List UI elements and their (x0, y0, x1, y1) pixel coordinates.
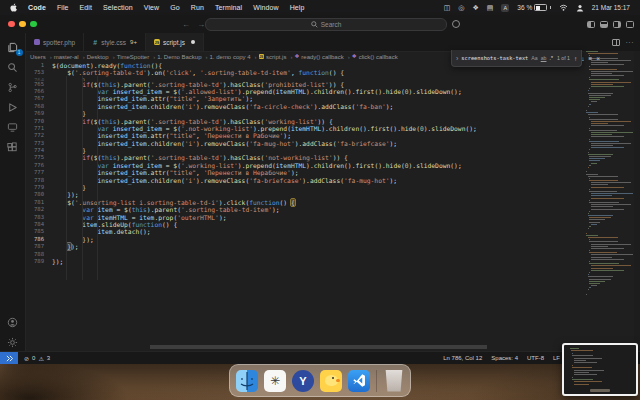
code-line[interactable]: 776 var inserted_item = $('.working-list… (26, 162, 584, 169)
toggle-panel-icon[interactable] (600, 21, 608, 28)
breadcrumb-item[interactable]: 1. demo copy 4 (210, 54, 257, 60)
code-editor[interactable]: 1$(document).ready(function(){753 $('.so… (26, 62, 584, 352)
code-line[interactable]: 782 var item = $(this).parent('.sorting-… (26, 206, 584, 213)
user-account-icon[interactable] (576, 4, 584, 12)
apple-menu-icon[interactable] (10, 3, 17, 12)
code-line[interactable]: 787 }); (26, 243, 584, 250)
accounts-icon[interactable] (4, 312, 22, 332)
explorer-icon[interactable]: 1 (4, 37, 22, 57)
nav-forward-icon[interactable]: → (197, 20, 205, 29)
eol-setting[interactable]: LF (553, 355, 560, 361)
code-line[interactable]: 783 var itemHTML = item.prop('outerHTML'… (26, 214, 584, 221)
menu-item-run[interactable]: Run (191, 4, 204, 11)
previous-match-icon[interactable]: ↑ (574, 55, 577, 62)
find-input[interactable]: screenshots-task-text (461, 55, 528, 61)
remote-indicator[interactable] (0, 352, 18, 364)
menu-item-edit[interactable]: Edit (80, 4, 92, 11)
breadcrumb-item[interactable]: JSscript.js (259, 54, 293, 60)
code-line[interactable]: 777 inserted_item.attr("title", 'Перенес… (26, 169, 584, 176)
command-center-search[interactable]: Search (205, 18, 447, 31)
trash-icon[interactable] (383, 370, 405, 392)
whole-word-icon[interactable]: ab (541, 55, 547, 61)
minimap[interactable] (584, 51, 634, 352)
menu-item-window[interactable]: Window (253, 4, 279, 11)
breadcrumb-item[interactable]: TimeSpotter (117, 54, 155, 60)
breadcrumb-item[interactable]: ❖click() callback (352, 54, 398, 60)
code-line[interactable]: 772 inserted_item.attr("title", 'Перенес… (26, 132, 584, 139)
input-source-icon[interactable]: A (501, 4, 509, 12)
find-widget[interactable]: › screenshots-task-text Aa ab .* 1 of 1 … (451, 50, 582, 67)
code-line[interactable]: 784 item.slideUp(function() { (26, 221, 584, 228)
code-line[interactable]: 768 inserted_item.children('i').removeCl… (26, 103, 584, 110)
cursor-position[interactable]: Ln 786, Col 12 (443, 355, 482, 361)
code-line[interactable]: 780 }); (26, 191, 584, 198)
breadcrumb-item[interactable]: Desktop (87, 54, 115, 60)
tab-script-js[interactable]: JS script.js (146, 33, 204, 51)
extensions-icon[interactable] (4, 137, 22, 157)
code-line[interactable]: 774 } (26, 147, 584, 154)
code-line[interactable]: 767 inserted_item.attr("title", 'Запрети… (26, 95, 584, 102)
next-match-icon[interactable]: ↓ (581, 55, 584, 62)
tab-style-css[interactable]: # style.css 9+ (84, 33, 146, 51)
menu-item-view[interactable]: View (144, 4, 159, 11)
menu-bar-clock[interactable]: 21 Mar 15:17 (592, 4, 630, 11)
nav-back-icon[interactable]: ← (182, 20, 190, 29)
menu-item-go[interactable]: Go (170, 4, 180, 11)
run-debug-icon[interactable] (4, 97, 22, 117)
code-line[interactable]: 770 if($(this).parent('.sorting-table-td… (26, 118, 584, 125)
unsaved-changes-dot[interactable] (191, 40, 195, 44)
vscode-icon[interactable] (348, 370, 370, 392)
copilot-icon[interactable] (452, 20, 460, 28)
finder-icon[interactable] (236, 370, 258, 392)
code-line[interactable]: 779 } (26, 184, 584, 191)
tray-app-icon-4[interactable]: ▤ (487, 4, 494, 12)
encoding-setting[interactable]: UTF-8 (527, 355, 544, 361)
chatgpt-icon[interactable]: ✳ (264, 370, 286, 392)
code-line[interactable]: 786 }); (26, 236, 584, 243)
code-line[interactable]: 788 (26, 251, 584, 258)
find-in-selection-icon[interactable]: ≡ (588, 55, 592, 62)
breadcrumb-item[interactable]: 1. Demo Backup (157, 54, 207, 60)
tray-app-icon-1[interactable]: ◫ (444, 4, 451, 12)
breadcrumb-item[interactable]: ❖ready() callback (294, 54, 349, 60)
cyberduck-icon[interactable] (320, 370, 342, 392)
code-line[interactable]: 766 var inserted_item = $('.allowed-list… (26, 88, 584, 95)
toggle-sidebar-icon[interactable] (587, 21, 595, 28)
tab-spotter-php[interactable]: spotter.php (26, 33, 84, 51)
customize-layout-icon[interactable] (626, 21, 634, 28)
toggle-secondary-sidebar-icon[interactable] (613, 21, 621, 28)
window-title-bar[interactable]: ← → Search (0, 15, 640, 34)
zoom-window-button[interactable] (30, 21, 37, 28)
code-line[interactable]: 771 var inserted_item = $('.not-working-… (26, 125, 584, 132)
breadcrumb-item[interactable]: master-al (54, 54, 85, 60)
code-line[interactable]: 769 } (26, 110, 584, 117)
breadcrumb-item[interactable]: Users (30, 54, 52, 60)
screenshot-thumbnail[interactable] (562, 343, 638, 396)
horizontal-scrollbar[interactable] (150, 345, 487, 349)
indentation-setting[interactable]: Spaces: 4 (491, 355, 518, 361)
menu-item-file[interactable]: File (57, 4, 69, 11)
tray-app-icon-3[interactable]: ❖ (472, 4, 478, 12)
vertical-scrollbar[interactable] (634, 51, 640, 352)
regex-icon[interactable]: .* (549, 55, 552, 61)
code-line[interactable]: 753 $('.sorting-table-td').on('click', '… (26, 69, 584, 76)
menu-item-help[interactable]: Help (290, 4, 305, 11)
search-sidebar-icon[interactable] (4, 57, 22, 77)
close-window-button[interactable] (8, 21, 15, 28)
yandex-browser-icon[interactable]: Y (292, 370, 314, 392)
source-control-icon[interactable] (4, 77, 22, 97)
code-line[interactable]: 789}); (26, 258, 584, 265)
battery-indicator[interactable]: 36 % (517, 4, 550, 11)
tray-app-icon-2[interactable]: ◎ (458, 4, 464, 12)
code-line[interactable]: 775 if($(this).parent('.sorting-table-td… (26, 154, 584, 161)
code-line[interactable]: 778 inserted_item.children('i').removeCl… (26, 177, 584, 184)
code-line[interactable]: 765 if($(this).parent('.sorting-table-td… (26, 81, 584, 88)
minimize-window-button[interactable] (19, 21, 26, 28)
code-line[interactable]: 785 item.detach(); (26, 228, 584, 235)
toggle-replace-icon[interactable]: › (456, 55, 458, 62)
split-editor-icon[interactable] (612, 39, 620, 46)
code-line[interactable]: 764 } (26, 77, 584, 81)
menu-item-code[interactable]: Code (28, 4, 46, 11)
wifi-icon[interactable] (559, 4, 568, 11)
code-line[interactable]: 781 $('.unsorting-list i.sorting-table-t… (26, 199, 584, 206)
